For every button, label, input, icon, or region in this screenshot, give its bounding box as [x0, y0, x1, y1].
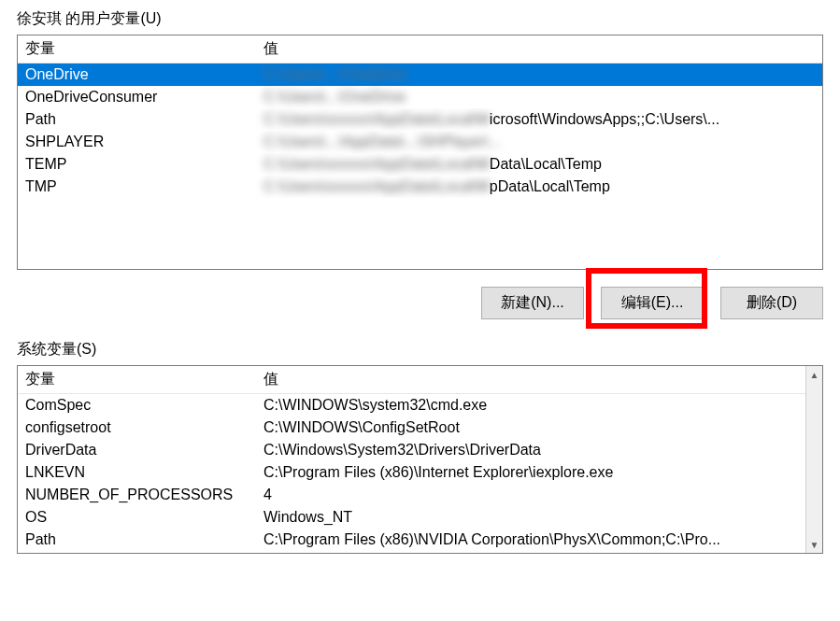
variable-name-cell: OS	[18, 506, 256, 529]
column-header-value[interactable]: 值	[256, 366, 805, 394]
variable-name-cell: Path	[18, 529, 256, 551]
table-header-row: 变量 值	[18, 35, 822, 64]
table-row[interactable]: NUMBER_OF_PROCESSORS4	[18, 484, 805, 506]
variable-value-cell: C:\Program Files (x86)\Internet Explorer…	[256, 461, 805, 484]
variable-name-cell: TMP	[18, 176, 256, 198]
column-header-variable[interactable]: 变量	[18, 366, 256, 394]
variable-name-cell: TEMP	[18, 153, 256, 176]
variable-value-cell: C:\Windows\System32\Drivers\DriverData	[256, 439, 805, 461]
variable-value-cell: .COM;.EXE;.BAT;.CMD;.VBS;.VBE;.JS;.JSE;.…	[256, 551, 805, 553]
table-row[interactable]: PathC:\Users\xxxxxx\AppData\Local\Micros…	[18, 108, 822, 131]
table-row[interactable]: PathC:\Program Files (x86)\NVIDIA Corpor…	[18, 529, 805, 551]
system-variables-table-box: 变量 值 ComSpecC:\WINDOWS\system32\cmd.exec…	[17, 365, 823, 554]
variable-name-cell: PATHEXT	[18, 551, 256, 553]
edit-button[interactable]: 编辑(E)...	[601, 287, 704, 319]
table-row[interactable]: OSWindows_NT	[18, 506, 805, 529]
scroll-up-icon[interactable]: ▲	[806, 366, 822, 383]
table-row[interactable]: configsetrootC:\WINDOWS\ConfigSetRoot	[18, 416, 805, 439]
variable-value-cell: 4	[256, 484, 805, 506]
table-row[interactable]: SHPLAYERC:\Users\...\AppData\...\SHPlaye…	[18, 131, 822, 153]
variable-value-cell: C:\Program Files (x86)\NVIDIA Corporatio…	[256, 529, 805, 551]
variable-name-cell: SHPLAYER	[18, 131, 256, 153]
variable-value-cell: C:\Users\xxxxxx\AppData\Local\Microsoft\…	[256, 108, 822, 131]
user-variables-table-box: 变量 值 OneDriveC:\Users\...\OneDriveOneDri…	[17, 35, 823, 270]
table-row[interactable]: DriverDataC:\Windows\System32\Drivers\Dr…	[18, 439, 805, 461]
variable-name-cell: OneDrive	[18, 64, 256, 87]
table-row[interactable]: OneDriveC:\Users\...\OneDrive	[18, 64, 822, 87]
table-row[interactable]: TMPC:\Users\xxxxxx\AppData\Local\MpData\…	[18, 176, 822, 198]
variable-name-cell: LNKEVN	[18, 461, 256, 484]
variable-value-cell: C:\Users\...\OneDrive	[256, 86, 822, 108]
table-row[interactable]: PATHEXT.COM;.EXE;.BAT;.CMD;.VBS;.VBE;.JS…	[18, 551, 805, 553]
scroll-down-icon[interactable]: ▼	[806, 536, 822, 553]
variable-name-cell: OneDriveConsumer	[18, 86, 256, 108]
variable-value-cell: C:\Users\...\AppData\...\SHPlayer\...	[256, 131, 822, 153]
variable-name-cell: NUMBER_OF_PROCESSORS	[18, 484, 256, 506]
user-buttons-row: 新建(N)... 编辑(E)... 删除(D)	[17, 281, 823, 340]
table-row[interactable]: LNKEVNC:\Program Files (x86)\Internet Ex…	[18, 461, 805, 484]
variable-name-cell: Path	[18, 108, 256, 131]
system-variables-table[interactable]: 变量 值 ComSpecC:\WINDOWS\system32\cmd.exec…	[18, 366, 805, 553]
table-row[interactable]: ComSpecC:\WINDOWS\system32\cmd.exe	[18, 394, 805, 417]
table-row[interactable]: OneDriveConsumerC:\Users\...\OneDrive	[18, 86, 822, 108]
variable-name-cell: configsetroot	[18, 416, 256, 439]
variable-value-cell: C:\WINDOWS\system32\cmd.exe	[256, 394, 805, 417]
column-header-value[interactable]: 值	[256, 35, 822, 64]
variable-name-cell: DriverData	[18, 439, 256, 461]
environment-variables-dialog: 徐安琪 的用户变量(U) 变量 值 OneDriveC:\Users\...\O…	[17, 9, 823, 554]
delete-button[interactable]: 删除(D)	[720, 287, 823, 319]
table-header-row: 变量 值	[18, 366, 805, 394]
variable-value-cell: C:\Users\xxxxxx\AppData\Local\MpData\Loc…	[256, 176, 822, 198]
variable-value-cell: C:\Users\xxxxxx\AppData\Local\MData\Loca…	[256, 153, 822, 176]
system-variables-label: 系统变量(S)	[17, 340, 823, 360]
user-variables-label: 徐安琪 的用户变量(U)	[17, 9, 823, 29]
variable-value-cell: C:\WINDOWS\ConfigSetRoot	[256, 416, 805, 439]
variable-value-cell: C:\Users\...\OneDrive	[256, 64, 822, 87]
variable-value-cell: Windows_NT	[256, 506, 805, 529]
new-button[interactable]: 新建(N)...	[481, 287, 584, 319]
user-variables-table[interactable]: 变量 值 OneDriveC:\Users\...\OneDriveOneDri…	[18, 35, 822, 198]
variable-name-cell: ComSpec	[18, 394, 256, 417]
column-header-variable[interactable]: 变量	[18, 35, 256, 64]
table-row[interactable]: TEMPC:\Users\xxxxxx\AppData\Local\MData\…	[18, 153, 822, 176]
vertical-scrollbar[interactable]: ▲ ▼	[805, 366, 822, 553]
